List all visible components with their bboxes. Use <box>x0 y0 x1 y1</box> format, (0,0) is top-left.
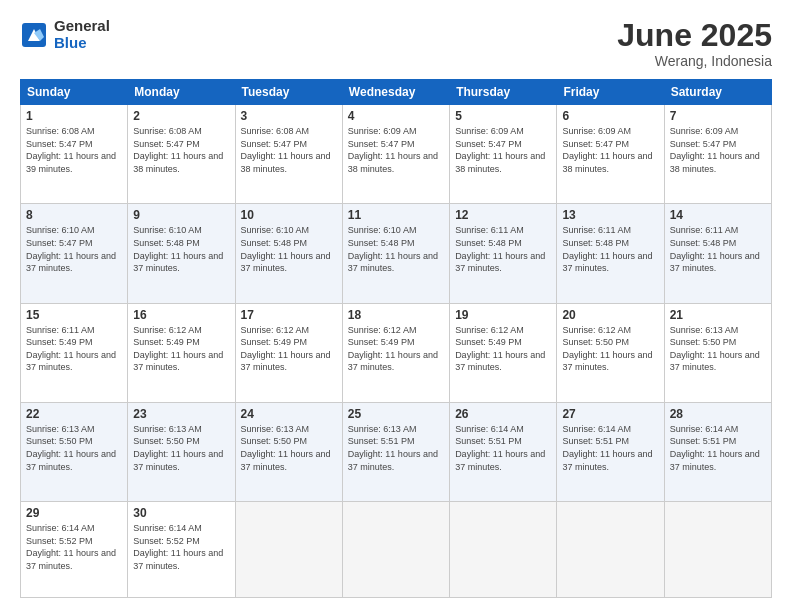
day-number: 6 <box>562 109 658 123</box>
table-row: 30 Sunrise: 6:14 AMSunset: 5:52 PMDaylig… <box>128 502 235 598</box>
day-info: Sunrise: 6:13 AMSunset: 5:50 PMDaylight:… <box>241 424 331 472</box>
logo-text: General Blue <box>54 18 110 51</box>
day-number: 15 <box>26 308 122 322</box>
logo-general: General <box>54 18 110 35</box>
day-number: 17 <box>241 308 337 322</box>
day-info: Sunrise: 6:10 AMSunset: 5:47 PMDaylight:… <box>26 225 116 273</box>
day-info: Sunrise: 6:08 AMSunset: 5:47 PMDaylight:… <box>133 126 223 174</box>
table-row <box>557 502 664 598</box>
day-info: Sunrise: 6:14 AMSunset: 5:51 PMDaylight:… <box>670 424 760 472</box>
table-row: 20 Sunrise: 6:12 AMSunset: 5:50 PMDaylig… <box>557 303 664 402</box>
day-info: Sunrise: 6:11 AMSunset: 5:48 PMDaylight:… <box>455 225 545 273</box>
table-row: 23 Sunrise: 6:13 AMSunset: 5:50 PMDaylig… <box>128 402 235 501</box>
table-row: 15 Sunrise: 6:11 AMSunset: 5:49 PMDaylig… <box>21 303 128 402</box>
table-row: 1 Sunrise: 6:08 AMSunset: 5:47 PMDayligh… <box>21 105 128 204</box>
logo-blue: Blue <box>54 35 110 52</box>
day-number: 30 <box>133 506 229 520</box>
table-row <box>450 502 557 598</box>
table-row: 16 Sunrise: 6:12 AMSunset: 5:49 PMDaylig… <box>128 303 235 402</box>
day-info: Sunrise: 6:09 AMSunset: 5:47 PMDaylight:… <box>670 126 760 174</box>
day-info: Sunrise: 6:09 AMSunset: 5:47 PMDaylight:… <box>455 126 545 174</box>
table-row: 11 Sunrise: 6:10 AMSunset: 5:48 PMDaylig… <box>342 204 449 303</box>
table-row: 22 Sunrise: 6:13 AMSunset: 5:50 PMDaylig… <box>21 402 128 501</box>
day-number: 8 <box>26 208 122 222</box>
logo-icon <box>20 21 48 49</box>
day-number: 4 <box>348 109 444 123</box>
day-info: Sunrise: 6:10 AMSunset: 5:48 PMDaylight:… <box>348 225 438 273</box>
day-number: 14 <box>670 208 766 222</box>
day-info: Sunrise: 6:08 AMSunset: 5:47 PMDaylight:… <box>26 126 116 174</box>
table-row: 14 Sunrise: 6:11 AMSunset: 5:48 PMDaylig… <box>664 204 771 303</box>
day-info: Sunrise: 6:13 AMSunset: 5:50 PMDaylight:… <box>26 424 116 472</box>
table-row: 9 Sunrise: 6:10 AMSunset: 5:48 PMDayligh… <box>128 204 235 303</box>
day-number: 10 <box>241 208 337 222</box>
col-sunday: Sunday <box>21 80 128 105</box>
table-row: 21 Sunrise: 6:13 AMSunset: 5:50 PMDaylig… <box>664 303 771 402</box>
day-number: 21 <box>670 308 766 322</box>
day-number: 7 <box>670 109 766 123</box>
day-number: 12 <box>455 208 551 222</box>
col-thursday: Thursday <box>450 80 557 105</box>
day-info: Sunrise: 6:11 AMSunset: 5:48 PMDaylight:… <box>670 225 760 273</box>
day-info: Sunrise: 6:12 AMSunset: 5:49 PMDaylight:… <box>133 325 223 373</box>
col-wednesday: Wednesday <box>342 80 449 105</box>
day-number: 20 <box>562 308 658 322</box>
month-title: June 2025 <box>617 18 772 53</box>
day-number: 11 <box>348 208 444 222</box>
table-row <box>664 502 771 598</box>
day-number: 13 <box>562 208 658 222</box>
calendar-header-row: Sunday Monday Tuesday Wednesday Thursday… <box>21 80 772 105</box>
day-number: 18 <box>348 308 444 322</box>
table-row: 28 Sunrise: 6:14 AMSunset: 5:51 PMDaylig… <box>664 402 771 501</box>
table-row: 8 Sunrise: 6:10 AMSunset: 5:47 PMDayligh… <box>21 204 128 303</box>
day-info: Sunrise: 6:13 AMSunset: 5:50 PMDaylight:… <box>670 325 760 373</box>
day-info: Sunrise: 6:14 AMSunset: 5:51 PMDaylight:… <box>455 424 545 472</box>
day-info: Sunrise: 6:12 AMSunset: 5:49 PMDaylight:… <box>241 325 331 373</box>
table-row: 5 Sunrise: 6:09 AMSunset: 5:47 PMDayligh… <box>450 105 557 204</box>
day-number: 27 <box>562 407 658 421</box>
location: Werang, Indonesia <box>617 53 772 69</box>
day-number: 9 <box>133 208 229 222</box>
table-row: 25 Sunrise: 6:13 AMSunset: 5:51 PMDaylig… <box>342 402 449 501</box>
day-number: 3 <box>241 109 337 123</box>
day-number: 25 <box>348 407 444 421</box>
day-number: 23 <box>133 407 229 421</box>
table-row <box>342 502 449 598</box>
day-number: 16 <box>133 308 229 322</box>
day-number: 24 <box>241 407 337 421</box>
table-row <box>235 502 342 598</box>
col-tuesday: Tuesday <box>235 80 342 105</box>
col-monday: Monday <box>128 80 235 105</box>
col-saturday: Saturday <box>664 80 771 105</box>
table-row: 13 Sunrise: 6:11 AMSunset: 5:48 PMDaylig… <box>557 204 664 303</box>
day-number: 28 <box>670 407 766 421</box>
col-friday: Friday <box>557 80 664 105</box>
logo: General Blue <box>20 18 110 51</box>
day-number: 22 <box>26 407 122 421</box>
day-info: Sunrise: 6:14 AMSunset: 5:51 PMDaylight:… <box>562 424 652 472</box>
day-info: Sunrise: 6:11 AMSunset: 5:48 PMDaylight:… <box>562 225 652 273</box>
day-info: Sunrise: 6:13 AMSunset: 5:51 PMDaylight:… <box>348 424 438 472</box>
day-info: Sunrise: 6:09 AMSunset: 5:47 PMDaylight:… <box>348 126 438 174</box>
day-number: 1 <box>26 109 122 123</box>
day-number: 5 <box>455 109 551 123</box>
day-info: Sunrise: 6:14 AMSunset: 5:52 PMDaylight:… <box>133 523 223 571</box>
day-info: Sunrise: 6:11 AMSunset: 5:49 PMDaylight:… <box>26 325 116 373</box>
table-row: 2 Sunrise: 6:08 AMSunset: 5:47 PMDayligh… <box>128 105 235 204</box>
table-row: 7 Sunrise: 6:09 AMSunset: 5:47 PMDayligh… <box>664 105 771 204</box>
day-info: Sunrise: 6:14 AMSunset: 5:52 PMDaylight:… <box>26 523 116 571</box>
table-row: 6 Sunrise: 6:09 AMSunset: 5:47 PMDayligh… <box>557 105 664 204</box>
table-row: 26 Sunrise: 6:14 AMSunset: 5:51 PMDaylig… <box>450 402 557 501</box>
calendar-table: Sunday Monday Tuesday Wednesday Thursday… <box>20 79 772 598</box>
table-row: 24 Sunrise: 6:13 AMSunset: 5:50 PMDaylig… <box>235 402 342 501</box>
table-row: 27 Sunrise: 6:14 AMSunset: 5:51 PMDaylig… <box>557 402 664 501</box>
day-info: Sunrise: 6:12 AMSunset: 5:49 PMDaylight:… <box>348 325 438 373</box>
table-row: 12 Sunrise: 6:11 AMSunset: 5:48 PMDaylig… <box>450 204 557 303</box>
day-info: Sunrise: 6:12 AMSunset: 5:50 PMDaylight:… <box>562 325 652 373</box>
day-info: Sunrise: 6:13 AMSunset: 5:50 PMDaylight:… <box>133 424 223 472</box>
day-number: 2 <box>133 109 229 123</box>
day-info: Sunrise: 6:10 AMSunset: 5:48 PMDaylight:… <box>241 225 331 273</box>
day-number: 19 <box>455 308 551 322</box>
day-number: 26 <box>455 407 551 421</box>
table-row: 29 Sunrise: 6:14 AMSunset: 5:52 PMDaylig… <box>21 502 128 598</box>
